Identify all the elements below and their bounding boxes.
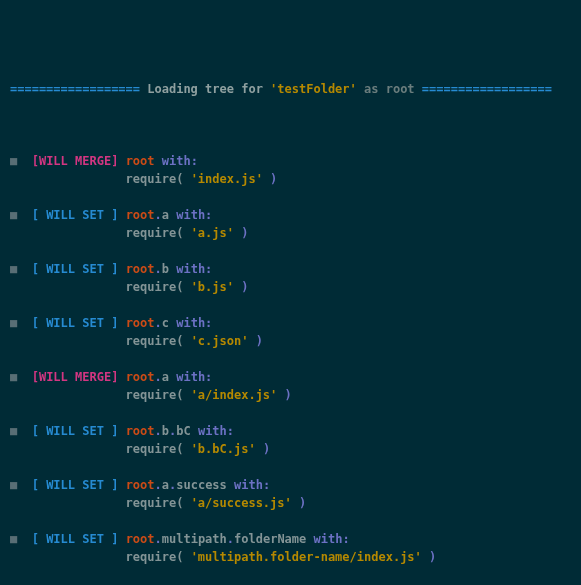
root-keyword: root <box>126 262 155 276</box>
action-tag: [ WILL SET ] <box>32 262 119 276</box>
path-segment: b <box>162 262 169 276</box>
root-keyword: root <box>126 478 155 492</box>
with-keyword: with: <box>155 154 198 168</box>
log-entries: ■ [WILL MERGE] root with: require( 'inde… <box>10 152 571 585</box>
with-keyword: with: <box>169 316 212 330</box>
bullet-icon: ■ <box>10 478 17 492</box>
header-rule: ================== Loading tree for 'tes… <box>10 80 571 98</box>
require-file: 'a/success.js' <box>191 496 292 510</box>
require-file: 'c.json' <box>191 334 249 348</box>
require-file: 'multipath.folder-name/index.js' <box>191 550 422 564</box>
path-segment: a <box>162 478 169 492</box>
log-line-require: require( 'a.js' ) <box>10 224 571 242</box>
log-line-path: ■ [ WILL SET ] root.a with: <box>10 206 571 224</box>
action-tag: [ WILL SET ] <box>32 478 119 492</box>
require-keyword: require( <box>126 496 191 510</box>
path-segment: a <box>162 208 169 222</box>
log-line-path: ■ [WILL MERGE] root with: <box>10 152 571 170</box>
log-line-path: ■ [WILL MERGE] root.a with: <box>10 368 571 386</box>
path-segment: a <box>162 370 169 384</box>
require-keyword: require( <box>126 550 191 564</box>
log-line-path: ■ [ WILL SET ] root.b with: <box>10 260 571 278</box>
action-tag: [ WILL SET ] <box>32 532 119 546</box>
log-line-path: ■ [ WILL SET ] root.c with: <box>10 314 571 332</box>
require-keyword: require( <box>126 226 191 240</box>
bullet-icon: ■ <box>10 370 17 384</box>
log-line-require: require( 'index.js' ) <box>10 170 571 188</box>
log-line-path: ■ [ WILL SET ] root.b.bC with: <box>10 422 571 440</box>
root-keyword: root <box>126 154 155 168</box>
require-file: 'b.bC.js' <box>191 442 256 456</box>
path-segment: bC <box>176 424 190 438</box>
require-keyword: require( <box>126 172 191 186</box>
log-line-require: require( 'multipath.folder-name/index.js… <box>10 548 571 566</box>
log-line-require: require( 'b.bC.js' ) <box>10 440 571 458</box>
path-segment: c <box>162 316 169 330</box>
action-tag: [WILL MERGE] <box>32 154 119 168</box>
with-keyword: with: <box>191 424 234 438</box>
require-file: 'b.js' <box>191 280 234 294</box>
log-line-require: require( 'a/success.js' ) <box>10 494 571 512</box>
require-file: 'index.js' <box>191 172 263 186</box>
bullet-icon: ■ <box>10 154 17 168</box>
action-tag: [ WILL SET ] <box>32 316 119 330</box>
bullet-icon: ■ <box>10 262 17 276</box>
require-file: 'a/index.js' <box>191 388 278 402</box>
path-segment: b <box>162 424 169 438</box>
log-line-path: ■ [ WILL SET ] root.multipath.folderName… <box>10 530 571 548</box>
require-keyword: require( <box>126 388 191 402</box>
action-tag: [WILL MERGE] <box>32 370 119 384</box>
path-segment: success <box>176 478 227 492</box>
require-file: 'a.js' <box>191 226 234 240</box>
log-line-require: require( 'b.js' ) <box>10 278 571 296</box>
root-keyword: root <box>126 424 155 438</box>
with-keyword: with: <box>227 478 270 492</box>
require-keyword: require( <box>126 334 191 348</box>
log-line-path: ■ [ WILL SET ] root.a.success with: <box>10 476 571 494</box>
root-keyword: root <box>126 316 155 330</box>
log-line-require: require( 'a/index.js' ) <box>10 386 571 404</box>
bullet-icon: ■ <box>10 424 17 438</box>
require-keyword: require( <box>126 442 191 456</box>
require-keyword: require( <box>126 280 191 294</box>
with-keyword: with: <box>169 208 212 222</box>
path-segment: multipath <box>162 532 227 546</box>
action-tag: [ WILL SET ] <box>32 208 119 222</box>
bullet-icon: ■ <box>10 208 17 222</box>
path-segment: folderName <box>234 532 306 546</box>
with-keyword: with: <box>169 370 212 384</box>
root-keyword: root <box>126 532 155 546</box>
action-tag: [ WILL SET ] <box>32 424 119 438</box>
root-keyword: root <box>126 208 155 222</box>
root-keyword: root <box>126 370 155 384</box>
with-keyword: with: <box>306 532 349 546</box>
with-keyword: with: <box>169 262 212 276</box>
bullet-icon: ■ <box>10 532 17 546</box>
log-line-require: require( 'c.json' ) <box>10 332 571 350</box>
bullet-icon: ■ <box>10 316 17 330</box>
